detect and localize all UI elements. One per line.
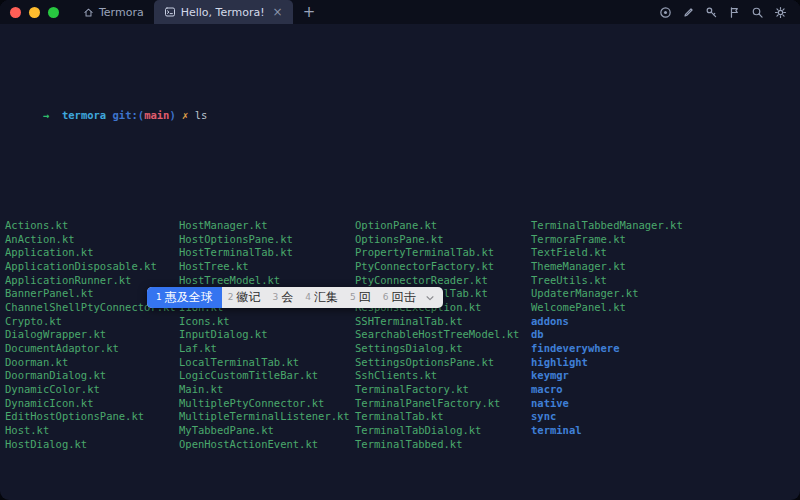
ls-entry: UpdaterManager.kt — [531, 287, 683, 301]
ime-candidate[interactable]: 4 汇集 — [299, 287, 344, 308]
close-window-button[interactable] — [10, 7, 21, 18]
ls-column-3: OptionPane.ktOptionsPane.ktPropertyTermi… — [355, 178, 531, 452]
ls-entry: MyTabbedPane.kt — [179, 424, 355, 438]
ls-entry: PtyConnectorFactory.kt — [355, 260, 531, 274]
ime-candidate-text: 惠及全球 — [165, 291, 213, 305]
terminal-screen[interactable]: → termora git:(main) ✗ ls Actions.ktAnAc… — [0, 24, 800, 500]
search-icon[interactable] — [749, 4, 765, 20]
ls-entry: Icons.kt — [179, 315, 355, 329]
ls-entry: SearchableHostTreeModel.kt — [355, 328, 531, 342]
ime-candidate[interactable]: 1 惠及全球 — [147, 287, 222, 308]
ls-entry: SettingsOptionsPane.kt — [355, 356, 531, 370]
ls-column-2: HostManager.ktHostOptionsPane.ktHostTerm… — [179, 178, 355, 452]
ime-candidate-popup: 1 惠及全球 2 徽记 3 会 4 汇集 — [147, 287, 443, 308]
ls-entry: HostOptionsPane.kt — [179, 233, 355, 247]
tab-bar: Termora Hello, Termora! × + — [73, 0, 325, 24]
ls-entry: MultipleTerminalListener.kt — [179, 410, 355, 424]
prompt-segment: main — [144, 109, 169, 121]
ls-entry: OptionsPane.kt — [355, 233, 531, 247]
terminal-icon — [164, 6, 176, 18]
prompt-line-1: → termora git:(main) ✗ ls — [5, 68, 800, 137]
ls-entry: Application.kt — [5, 246, 179, 260]
ls-output: Actions.ktAnAction.ktApplication.ktAppli… — [5, 178, 800, 452]
tab-label: Termora — [99, 6, 144, 19]
ls-column-4: TerminalTabbedManager.ktTermoraFrame.ktT… — [531, 178, 683, 452]
ls-entry: DocumentAdaptor.kt — [5, 342, 179, 356]
ime-candidate-number: 4 — [305, 291, 311, 305]
ls-entry: HostTerminalTab.kt — [179, 246, 355, 260]
ime-candidate[interactable]: 2 徽记 — [222, 287, 267, 308]
ls-entry: keymgr — [531, 369, 683, 383]
ls-entry: MultiplePtyConnector.kt — [179, 397, 355, 411]
ls-entry: LogicCustomTitleBar.kt — [179, 369, 355, 383]
ls-entry: Crypto.kt — [5, 315, 179, 329]
ls-entry: findeverywhere — [531, 342, 683, 356]
pencil-icon[interactable] — [680, 4, 696, 20]
ls-entry: HostTree.kt — [179, 260, 355, 274]
zoom-window-button[interactable] — [48, 7, 59, 18]
ime-candidate[interactable]: 3 会 — [266, 287, 299, 308]
ls-entry: macro — [531, 383, 683, 397]
ime-candidate-text: 汇集 — [314, 291, 338, 305]
prompt-segment — [49, 109, 62, 121]
ime-candidate-number: 1 — [156, 291, 162, 305]
ls-entry: HostDialog.kt — [5, 438, 179, 452]
ls-entry: TerminalFactory.kt — [355, 383, 531, 397]
ime-candidate[interactable]: 6 回击 — [377, 287, 422, 308]
ls-entry: SettingsDialog.kt — [355, 342, 531, 356]
ls-entry: DynamicIcon.kt — [5, 397, 179, 411]
ls-entry: ApplicationDisposable.kt — [5, 260, 179, 274]
ls-entry: TerminalTabbedManager.kt — [531, 219, 683, 233]
minimize-window-button[interactable] — [29, 7, 40, 18]
ls-entry: Actions.kt — [5, 219, 179, 233]
ls-entry: WelcomePanel.kt — [531, 301, 683, 315]
tab-hello-termora[interactable]: Hello, Termora! × — [154, 0, 293, 24]
ls-entry: OpenHostActionEvent.kt — [179, 438, 355, 452]
titlebar: Termora Hello, Termora! × + — [0, 0, 800, 24]
ls-entry: HostManager.kt — [179, 219, 355, 233]
ls-entry: TreeUtils.kt — [531, 274, 683, 288]
prompt-segment: termora — [62, 109, 106, 121]
ls-entry: PtyConnectorReader.kt — [355, 274, 531, 288]
key-icon[interactable] — [703, 4, 719, 20]
titlebar-drag-area — [325, 0, 657, 24]
ime-candidate-text: 回击 — [391, 291, 415, 305]
ime-candidate-number: 3 — [272, 291, 278, 305]
ls-entry: TerminalTabDialog.kt — [355, 424, 531, 438]
tab-label: Hello, Termora! — [181, 6, 265, 19]
ls-entry: Laf.kt — [179, 342, 355, 356]
new-tab-button[interactable]: + — [293, 0, 326, 24]
home-icon — [83, 7, 94, 18]
ime-candidate-text: 会 — [281, 291, 293, 305]
ls-entry: EditHostOptionsPane.kt — [5, 410, 179, 424]
ls-entry: SSHTerminalTab.kt — [355, 315, 531, 329]
ls-entry: highlight — [531, 356, 683, 370]
gear-icon[interactable] — [772, 4, 788, 20]
ls-entry: SshClients.kt — [355, 369, 531, 383]
traffic-lights — [0, 0, 73, 24]
ime-candidate-text: 徽记 — [236, 291, 260, 305]
ls-entry: TextField.kt — [531, 246, 683, 260]
ime-candidate-number: 6 — [383, 291, 389, 305]
ls-entry: ApplicationRunner.kt — [5, 274, 179, 288]
ls-entry: DynamicColor.kt — [5, 383, 179, 397]
ls-entry: addons — [531, 315, 683, 329]
ls-entry: InputDialog.kt — [179, 328, 355, 342]
ls-entry: DialogWrapper.kt — [5, 328, 179, 342]
chevron-down-icon[interactable] — [421, 287, 443, 308]
ls-entry: Host.kt — [5, 424, 179, 438]
ls-entry: PropertyTerminalTab.kt — [355, 246, 531, 260]
tab-close-icon[interactable]: × — [273, 5, 283, 19]
ls-column-1: Actions.ktAnAction.ktApplication.ktAppli… — [5, 178, 179, 452]
ls-entry: TermoraFrame.kt — [531, 233, 683, 247]
ls-entry: terminal — [531, 424, 683, 438]
ime-candidate-text: 回 — [359, 291, 371, 305]
ls-entry: Doorman.kt — [5, 356, 179, 370]
flag-icon[interactable] — [726, 4, 742, 20]
ls-entry: OptionPane.kt — [355, 219, 531, 233]
ls-entry: HostTreeModel.kt — [179, 274, 355, 288]
ls-entry: TerminalTab.kt — [355, 410, 531, 424]
ime-candidate[interactable]: 5 回 — [344, 287, 377, 308]
tab-termora-home[interactable]: Termora — [73, 0, 154, 24]
record-icon[interactable] — [657, 4, 673, 20]
